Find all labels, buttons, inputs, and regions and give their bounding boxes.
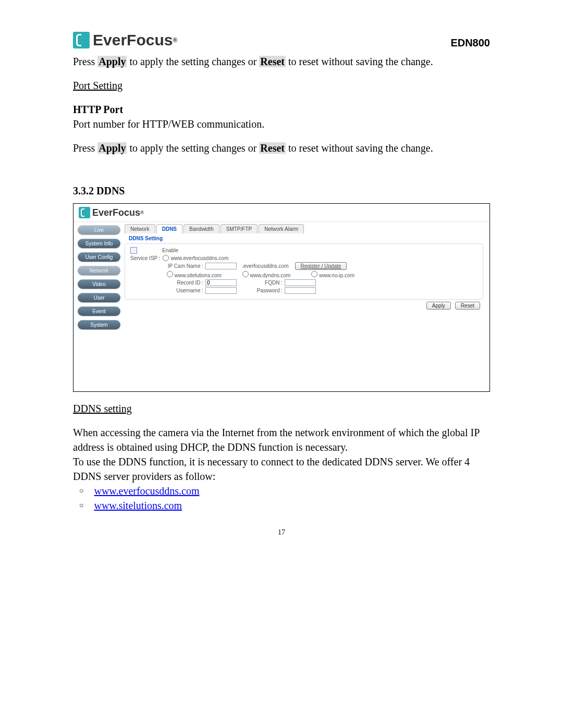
enable-label: Enable	[162, 248, 178, 253]
apply-keyword: Apply	[97, 56, 127, 67]
radio-noip[interactable]	[311, 271, 317, 277]
apply-reset-instruction-2: Press Apply to apply the setting changes…	[73, 141, 490, 155]
port-setting-heading: Port Setting	[73, 78, 490, 93]
service-isp-label: Service ISP :	[130, 255, 161, 261]
page-number: 17	[73, 528, 490, 537]
sidebar-item-system[interactable]: System	[78, 320, 120, 329]
everfocus-icon	[73, 32, 90, 48]
sidebar-item-user[interactable]: User	[78, 293, 120, 302]
http-port-desc: Port number for HTTP/WEB communication.	[73, 117, 490, 131]
tab-bandwidth[interactable]: Bandwidth	[183, 224, 219, 233]
bullet-item: ○ www.sitelutions.com	[79, 498, 490, 513]
reset-keyword: Reset	[259, 142, 286, 154]
reset-button[interactable]: Reset	[455, 302, 480, 310]
brand-text: EverFocus	[93, 31, 173, 49]
record-id-input[interactable]	[205, 279, 237, 286]
sidebar-item-network[interactable]: Network	[78, 266, 120, 275]
fqdn-label: FQDN :	[256, 280, 283, 286]
sidebar: Live System Info User Config Network Vid…	[74, 222, 125, 332]
section-heading: 3.3.2 DDNS	[73, 183, 490, 198]
sidebar-item-user-config[interactable]: User Config	[78, 252, 120, 262]
reset-keyword: Reset	[259, 56, 286, 67]
username-input[interactable]	[205, 287, 237, 294]
everfocus-icon	[79, 207, 90, 218]
password-input[interactable]	[285, 287, 316, 294]
tabs: Network DDNS Bandwidth SMTP/FTP Network …	[125, 224, 483, 233]
http-port-heading: HTTP Port	[73, 102, 490, 117]
brand-text: EverFocus	[92, 207, 140, 218]
link-sitelutions[interactable]: www.sitelutions.com	[94, 498, 182, 513]
ipcam-name-input[interactable]	[205, 263, 237, 269]
model-number: EDN800	[450, 37, 490, 49]
radio-sitelutions[interactable]	[167, 271, 173, 277]
bullet-icon: ○	[79, 500, 83, 511]
enable-checkbox[interactable]	[130, 247, 137, 254]
radio-dyndns[interactable]	[242, 271, 249, 277]
sidebar-item-event[interactable]: Event	[78, 306, 120, 316]
username-label: Username :	[167, 288, 203, 293]
brand-logo: EverFocus®	[73, 31, 177, 49]
fieldset-title: DDNS Setting	[129, 236, 483, 241]
password-label: Password :	[256, 288, 283, 293]
bullet-item: ○ www.everfocusddns.com	[79, 484, 490, 498]
sidebar-item-video[interactable]: Video	[78, 279, 120, 289]
ddns-setting-heading: DDNS setting	[73, 401, 490, 416]
register-update-button[interactable]: Register / Update	[295, 262, 347, 270]
apply-reset-instruction-1: Press Apply to apply the setting changes…	[73, 54, 490, 69]
fqdn-input[interactable]	[285, 279, 316, 286]
tab-ddns[interactable]: DDNS	[156, 224, 182, 233]
sidebar-item-live[interactable]: Live	[78, 225, 120, 235]
ipcam-name-label: IP Cam Name :	[167, 263, 203, 269]
apply-button[interactable]: Apply	[426, 302, 451, 310]
sidebar-item-system-info[interactable]: System Info	[78, 239, 120, 248]
bullet-icon: ○	[79, 486, 83, 496]
apply-keyword: Apply	[97, 142, 127, 154]
tab-network-alarm[interactable]: Network Alarm	[259, 224, 304, 233]
record-id-label: Record ID :	[167, 280, 203, 286]
tab-network[interactable]: Network	[125, 224, 155, 233]
registered-mark: ®	[173, 36, 177, 44]
link-everfocusddns[interactable]: www.everfocusddns.com	[94, 484, 199, 498]
ddns-paragraph-1: When accessing the camera via the Intern…	[73, 425, 490, 454]
ddns-screenshot: EverFocus® Live System Info User Config …	[73, 203, 490, 392]
radio-everfocusddns[interactable]	[163, 255, 169, 261]
tab-smtp-ftp[interactable]: SMTP/FTP	[221, 224, 258, 233]
ddns-paragraph-2: To use the DDNS function, it is necessar…	[73, 454, 490, 484]
